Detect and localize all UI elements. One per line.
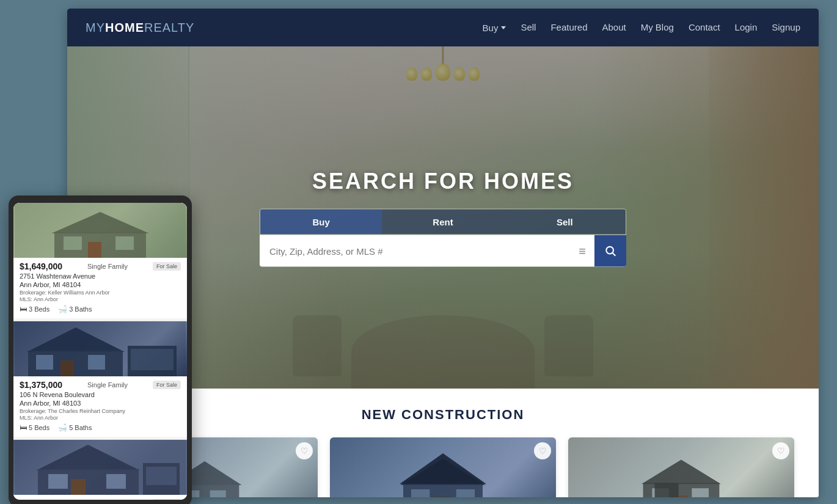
svg-rect-30	[36, 355, 53, 370]
tablet-listing-info-1: $1,649,000 Single Family For Sale 2751 W…	[13, 258, 187, 318]
svg-rect-31	[88, 355, 105, 370]
chevron-down-icon	[501, 26, 506, 29]
nav-item-login[interactable]: Login	[735, 22, 758, 33]
beds-label-2: Beds	[34, 424, 49, 431]
tablet-badge-3: For Sale	[153, 499, 181, 500]
nav-item-featured[interactable]: Featured	[550, 22, 587, 33]
nav-link-blog[interactable]: My Blog	[641, 22, 674, 32]
nav-link-buy[interactable]: Buy	[483, 23, 506, 33]
nav-buy-label: Buy	[483, 23, 499, 33]
tablet-listing-info-2: $1,375,000 Single Family For Sale 106 N …	[13, 376, 187, 437]
nav-item-buy[interactable]: Buy	[483, 23, 506, 33]
svg-rect-11	[411, 489, 429, 497]
tablet-inner: $1,649,000 Single Family For Sale 2751 W…	[13, 203, 187, 500]
heart-icon-2: ♡	[539, 446, 547, 456]
tablet-city-2: Ann Arbor, MI 48103	[20, 400, 181, 407]
svg-rect-13	[433, 497, 450, 497]
svg-point-0	[606, 247, 613, 254]
svg-rect-24	[64, 236, 82, 250]
nav-item-sell[interactable]: Sell	[521, 22, 536, 33]
tablet-brokerage-1: Brokerage: Keller Williams Ann Arbor	[20, 290, 181, 296]
bed-icon-1: 🛏	[20, 305, 27, 313]
bath-icon-2: 🛁	[58, 423, 67, 432]
svg-rect-40	[71, 479, 86, 495]
tablet-price-2: $1,375,000	[20, 380, 62, 390]
search-input[interactable]	[260, 246, 570, 256]
tablet-mls-1: MLS: Ann Arbor	[20, 296, 181, 302]
baths-count-1: 3	[69, 305, 73, 313]
hero-content: SEARCH FOR HOMES Buy Rent Sell ≡	[260, 169, 626, 267]
tablet-price-row-2: $1,375,000 Single Family For Sale	[20, 380, 181, 390]
search-type-tabs: Buy Rent Sell	[260, 209, 626, 235]
tablet-price-row-1: $1,649,000 Single Family For Sale	[20, 261, 181, 271]
tablet-address-2: 106 N Revena Boulevard	[20, 391, 181, 398]
favorite-button-2[interactable]: ♡	[534, 442, 551, 459]
nav-link-login[interactable]: Login	[735, 22, 758, 32]
svg-rect-39	[106, 474, 126, 489]
svg-line-1	[613, 253, 616, 256]
beds-count-2: 5	[29, 424, 32, 431]
beds-count-1: 3	[29, 305, 32, 313]
nav-link-featured[interactable]: Featured	[550, 22, 587, 32]
favorite-button-1[interactable]: ♡	[296, 442, 313, 459]
nav-link-signup[interactable]: Signup	[772, 22, 800, 32]
filter-icon: ≡	[579, 244, 586, 257]
tab-rent[interactable]: Rent	[382, 210, 503, 235]
site-logo[interactable]: MYHOMEREALTY	[86, 21, 194, 35]
search-bar: ≡	[260, 235, 626, 267]
tablet-listing-image-3	[13, 440, 187, 495]
nav-link-sell[interactable]: Sell	[521, 22, 536, 32]
favorite-button-3[interactable]: ♡	[772, 442, 789, 459]
svg-rect-12	[456, 489, 475, 497]
tablet-listing-image-2	[13, 321, 187, 376]
tablet-listing-2[interactable]: $1,375,000 Single Family For Sale 106 N …	[13, 321, 187, 437]
filter-button[interactable]: ≡	[570, 244, 594, 258]
heart-icon-3: ♡	[777, 446, 785, 456]
listing-card-2[interactable]: ♡	[330, 437, 556, 497]
svg-rect-42	[146, 467, 177, 485]
tablet-listing-1[interactable]: $1,649,000 Single Family For Sale 2751 W…	[13, 203, 187, 318]
search-icon	[604, 245, 616, 257]
baths-item-2: 🛁 5 Baths	[58, 423, 92, 432]
tablet-mls-2: MLS: Ann Arbor	[20, 415, 181, 421]
nav-item-blog[interactable]: My Blog	[641, 22, 674, 33]
tablet-type-1: Single Family	[87, 263, 128, 270]
house-silhouette-3	[580, 453, 783, 497]
tablet-price-1: $1,649,000	[20, 261, 62, 271]
tablet-price-row-3: $1,195,000 Single Family For Sale	[20, 499, 181, 500]
svg-marker-15	[641, 459, 721, 484]
svg-rect-32	[60, 360, 74, 376]
nav-item-contact[interactable]: Contact	[689, 22, 720, 33]
baths-label-1: Baths	[75, 305, 92, 313]
bath-icon-1: 🛁	[58, 305, 67, 313]
nav-link-about[interactable]: About	[602, 22, 626, 32]
svg-rect-26	[88, 242, 101, 258]
baths-label-2: Baths	[75, 424, 92, 431]
tab-sell[interactable]: Sell	[504, 210, 626, 235]
search-button[interactable]	[594, 235, 626, 267]
nav-link-contact[interactable]: Contact	[689, 22, 720, 32]
nav-item-about[interactable]: About	[602, 22, 626, 33]
tab-buy[interactable]: Buy	[260, 210, 382, 235]
nav-item-signup[interactable]: Signup	[772, 22, 800, 33]
svg-rect-34	[131, 349, 174, 370]
tablet-badge-1: For Sale	[153, 262, 181, 271]
logo-realty: REALTY	[144, 21, 194, 34]
main-nav: MYHOMEREALTY Buy Sell Featured About My …	[67, 9, 819, 46]
section-title: NEW CONSTRUCTION	[92, 407, 794, 423]
logo-my: MY	[86, 21, 105, 34]
hero-title: SEARCH FOR HOMES	[260, 169, 626, 194]
tablet-listing-image-1	[13, 203, 187, 258]
listing-card-3[interactable]: ♡	[568, 437, 794, 497]
tablet-city-1: Ann Arbor, MI 48104	[20, 281, 181, 288]
tablet-price-3: $1,195,000	[20, 499, 62, 500]
tablet-brokerage-2: Brokerage: The Charles Reinhart Company	[20, 408, 181, 414]
logo-home: HOME	[105, 21, 144, 34]
baths-item-1: 🛁 3 Baths	[58, 305, 92, 313]
heart-icon-1: ♡	[301, 446, 309, 456]
beds-item-2: 🛏 5 Beds	[20, 423, 49, 432]
listings-grid: ♡ ♡	[92, 437, 794, 497]
tablet-beds-baths-1: 🛏 3 Beds 🛁 3 Baths	[20, 305, 181, 313]
tablet-listing-3[interactable]: $1,195,000 Single Family For Sale	[13, 440, 187, 500]
listing-image-3	[568, 437, 794, 497]
